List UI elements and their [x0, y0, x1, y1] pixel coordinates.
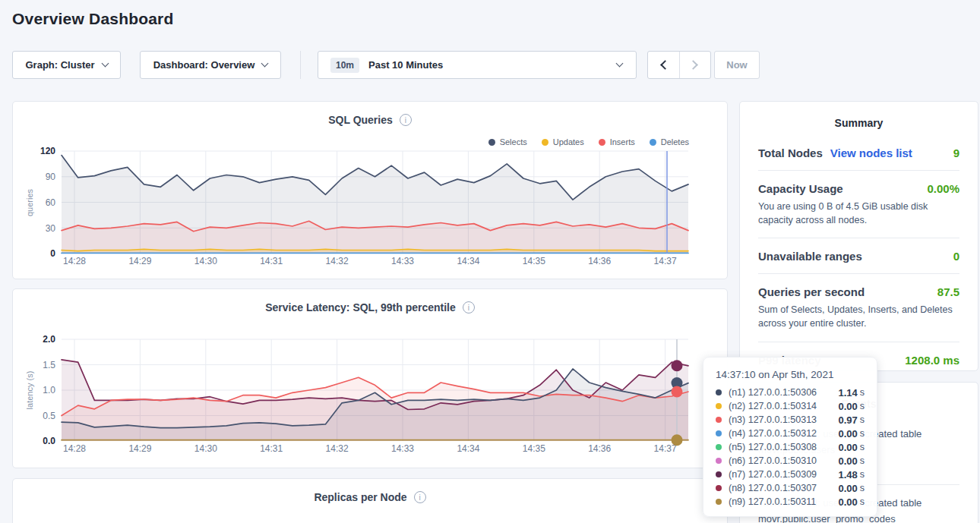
- service-latency-chart[interactable]: 0.00.51.01.52.014:2814:2914:3014:3114:32…: [13, 289, 729, 469]
- chevron-right-icon: [688, 60, 698, 70]
- chevron-down-icon: [616, 60, 624, 68]
- chevron-left-icon: [660, 60, 670, 70]
- info-icon[interactable]: i: [400, 114, 412, 126]
- deletes-dot-icon: [650, 139, 656, 146]
- legend-item-updates: Updates: [542, 137, 584, 147]
- info-icon[interactable]: i: [463, 301, 475, 313]
- node-dot-icon: [716, 389, 722, 395]
- tooltip-row: (n1) 127.0.0.1:503061.14s: [716, 386, 865, 399]
- controls-divider: [300, 51, 301, 79]
- sql-queries-chart-panel: SQL Queries i Selects Updates Inserts De…: [12, 101, 728, 279]
- info-icon[interactable]: i: [414, 491, 426, 503]
- time-forward-button[interactable]: [679, 52, 711, 78]
- tooltip-row: (n2) 127.0.0.1:503140.00s: [716, 399, 865, 413]
- controls-bar: Graph: Cluster Dashboard: Overview 10m P…: [12, 51, 980, 80]
- svg-text:0: 0: [50, 248, 55, 259]
- time-range-badge: 10m: [330, 58, 359, 73]
- node-dot-icon: [716, 403, 722, 409]
- svg-text:0.0: 0.0: [43, 436, 55, 446]
- tooltip-row: (n9) 127.0.0.1:503110.00s: [716, 495, 865, 509]
- node-dot-icon: [716, 430, 722, 436]
- legend-item-selects: Selects: [488, 137, 527, 147]
- summary-row-queries-per-second: Queries per second 87.5 Sum of Selects, …: [758, 274, 959, 342]
- svg-text:120: 120: [40, 146, 55, 156]
- node-dot-icon: [716, 485, 722, 491]
- svg-text:90: 90: [46, 172, 56, 182]
- node-dot-icon: [716, 499, 722, 505]
- svg-text:14:35: 14:35: [523, 256, 545, 266]
- total-nodes-value: 9: [953, 147, 959, 159]
- page-title: Overview Dashboard: [12, 10, 174, 28]
- svg-text:0.5: 0.5: [43, 411, 55, 421]
- updates-dot-icon: [542, 139, 548, 146]
- sql-queries-chart[interactable]: 030609012014:2814:2914:3014:3114:3214:33…: [13, 102, 729, 280]
- time-range-dropdown[interactable]: 10m Past 10 Minutes: [318, 51, 637, 79]
- svg-text:latency (s): latency (s): [25, 371, 34, 410]
- svg-text:14:35: 14:35: [523, 443, 545, 454]
- summary-title: Summary: [740, 102, 978, 135]
- dashboard-dropdown[interactable]: Dashboard: Overview: [140, 51, 281, 79]
- replicas-per-node-chart-panel: Replicas per Node i: [12, 478, 728, 523]
- svg-text:14:32: 14:32: [326, 443, 349, 454]
- sql-chart-legend: Selects Updates Inserts Deletes: [488, 137, 689, 147]
- now-button[interactable]: Now: [714, 51, 760, 79]
- summary-row-capacity-usage: Capacity Usage 0.00% You are using 0 B o…: [758, 171, 959, 238]
- chart-hover-tooltip: 14:37:10 on Apr 5th, 2021 (n1) 127.0.0.1…: [703, 357, 877, 517]
- summary-panel: Summary Total Nodes View nodes list 9 Ca…: [739, 101, 978, 371]
- selects-dot-icon: [488, 139, 495, 146]
- svg-text:14:29: 14:29: [128, 256, 151, 266]
- svg-text:14:33: 14:33: [391, 443, 414, 454]
- svg-text:14:31: 14:31: [260, 443, 283, 454]
- svg-text:14:30: 14:30: [194, 443, 217, 454]
- graph-dropdown-label: Graph: Cluster: [25, 59, 94, 71]
- svg-text:1.0: 1.0: [43, 385, 55, 395]
- dashboard-dropdown-label: Dashboard: Overview: [153, 59, 255, 71]
- service-latency-chart-title: Service Latency: SQL, 99th percentile: [265, 301, 456, 313]
- queries-per-second-value: 87.5: [937, 285, 959, 298]
- svg-text:30: 30: [46, 223, 56, 234]
- svg-text:14:37: 14:37: [654, 443, 677, 454]
- svg-text:14:32: 14:32: [326, 256, 349, 266]
- tooltip-row: (n4) 127.0.0.1:503120.00s: [716, 427, 865, 440]
- unavailable-ranges-value: 0: [953, 250, 959, 263]
- svg-text:14:36: 14:36: [588, 256, 611, 266]
- legend-item-deletes: Deletes: [650, 137, 689, 147]
- summary-row-total-nodes: Total Nodes View nodes list 9: [758, 135, 959, 171]
- summary-row-unavailable-ranges: Unavailable ranges 0: [758, 238, 959, 274]
- node-dot-icon: [716, 444, 722, 450]
- tooltip-row: (n7) 127.0.0.1:503091.48s: [716, 468, 865, 481]
- svg-text:14:28: 14:28: [63, 256, 86, 266]
- view-nodes-list-link[interactable]: View nodes list: [830, 147, 912, 159]
- tooltip-timestamp: 14:37:10 on Apr 5th, 2021: [716, 369, 865, 380]
- svg-text:14:28: 14:28: [63, 443, 86, 454]
- svg-text:2.0: 2.0: [43, 334, 55, 345]
- node-dot-icon: [716, 458, 722, 464]
- svg-text:14:34: 14:34: [457, 443, 479, 454]
- svg-text:14:33: 14:33: [391, 256, 414, 266]
- tooltip-row: (n8) 127.0.0.1:503070.00s: [716, 481, 865, 495]
- svg-text:1.5: 1.5: [43, 360, 55, 370]
- time-range-label: Past 10 Minutes: [368, 59, 443, 71]
- tooltip-row: (n6) 127.0.0.1:503100.00s: [716, 454, 865, 468]
- inserts-dot-icon: [599, 139, 605, 146]
- chevron-down-icon: [261, 60, 269, 68]
- svg-text:14:30: 14:30: [194, 256, 217, 266]
- tooltip-row: (n3) 127.0.0.1:503130.97s: [716, 413, 865, 427]
- svg-text:14:36: 14:36: [588, 443, 611, 454]
- node-dot-icon: [716, 417, 722, 423]
- time-back-button[interactable]: [648, 52, 679, 78]
- tooltip-row: (n5) 127.0.0.1:503080.00s: [716, 440, 865, 454]
- svg-text:14:29: 14:29: [128, 443, 151, 454]
- replicas-per-node-chart-title: Replicas per Node: [314, 491, 406, 503]
- chevron-down-icon: [101, 60, 109, 68]
- service-latency-chart-panel: Service Latency: SQL, 99th percentile i …: [12, 288, 728, 468]
- svg-text:14:34: 14:34: [457, 256, 479, 266]
- svg-text:14:31: 14:31: [260, 256, 283, 266]
- graph-dropdown[interactable]: Graph: Cluster: [12, 51, 121, 79]
- node-dot-icon: [716, 471, 722, 477]
- sql-queries-chart-title: SQL Queries: [328, 114, 393, 126]
- p99-latency-value: 1208.0 ms: [905, 354, 959, 367]
- svg-text:14:37: 14:37: [654, 256, 677, 266]
- capacity-usage-value: 0.00%: [927, 182, 959, 195]
- svg-text:60: 60: [46, 197, 56, 208]
